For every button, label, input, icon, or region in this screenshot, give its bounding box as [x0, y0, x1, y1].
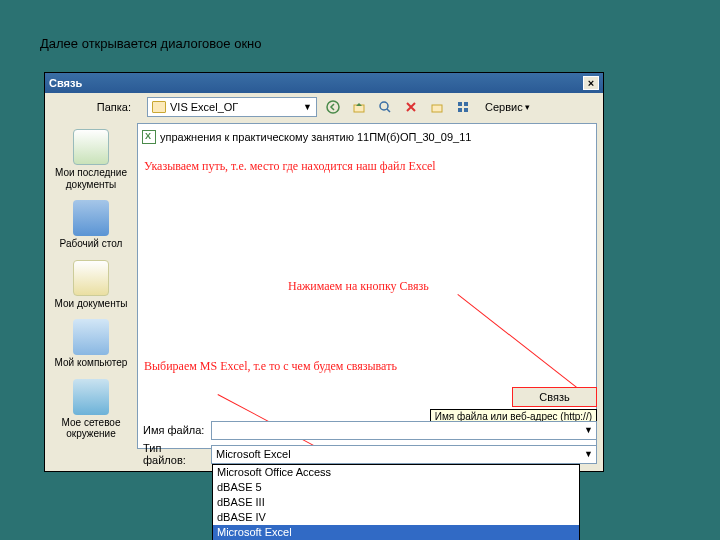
svg-rect-5	[458, 102, 462, 106]
delete-icon[interactable]	[401, 97, 421, 117]
place-mycomputer[interactable]: Мой компьютер	[49, 317, 133, 371]
place-network[interactable]: Мое сетевое окружение	[49, 377, 133, 442]
svg-point-2	[380, 102, 388, 110]
option-dbase5[interactable]: dBASE 5	[213, 480, 579, 495]
place-mydocs[interactable]: Мои документы	[49, 258, 133, 312]
svg-line-3	[387, 109, 390, 112]
filetype-label: Тип файлов:	[143, 442, 205, 466]
svg-rect-7	[458, 108, 462, 112]
option-dbase3[interactable]: dBASE III	[213, 495, 579, 510]
annotation-path: Указываем путь, т.е. место где находится…	[144, 159, 436, 174]
dialog-title: Связь	[49, 77, 82, 89]
svg-point-0	[327, 101, 339, 113]
link-button[interactable]: Связь	[512, 387, 597, 407]
svg-rect-4	[432, 105, 442, 112]
svg-rect-6	[464, 102, 468, 106]
place-recent[interactable]: Мои последние документы	[49, 127, 133, 192]
page-caption: Далее открывается диалоговое окно	[40, 36, 261, 51]
bottom-panel: Связь Имя файла или веб-адрес (http://) …	[143, 417, 597, 465]
file-item[interactable]: упражнения к практическому занятию 11ПМ(…	[142, 128, 592, 145]
chevron-down-icon: ▾	[525, 102, 530, 112]
new-folder-icon[interactable]	[427, 97, 447, 117]
place-desktop[interactable]: Рабочий стол	[49, 198, 133, 252]
option-access[interactable]: Microsoft Office Access	[213, 465, 579, 480]
option-dbase4[interactable]: dBASE IV	[213, 510, 579, 525]
excel-file-icon	[142, 130, 156, 144]
folder-label: Папка:	[51, 101, 141, 113]
chevron-down-icon: ▼	[303, 102, 312, 112]
svg-rect-8	[464, 108, 468, 112]
folder-icon	[152, 101, 166, 113]
toolbar: Папка: VIS Excel_ОГ ▼ Сервис ▾	[45, 93, 603, 121]
file-name: упражнения к практическому занятию 11ПМ(…	[160, 131, 471, 143]
link-dialog: Связь × Папка: VIS Excel_ОГ ▼ Сервис	[44, 72, 604, 472]
annotation-type: Выбираем MS Excel, т.е то с чем будем св…	[144, 359, 424, 374]
places-bar: Мои последние документы Рабочий стол Мои…	[45, 121, 137, 451]
annotation-button: Нажимаем на кнопку Связь	[288, 279, 429, 294]
search-icon[interactable]	[375, 97, 395, 117]
titlebar: Связь ×	[45, 73, 603, 93]
folder-dropdown[interactable]: VIS Excel_ОГ ▼	[147, 97, 317, 117]
views-icon[interactable]	[453, 97, 473, 117]
close-icon[interactable]: ×	[583, 76, 599, 90]
back-button[interactable]	[323, 97, 343, 117]
filename-input[interactable]: ▼	[211, 421, 597, 440]
filetype-options: Microsoft Office Access dBASE 5 dBASE II…	[212, 464, 580, 541]
chevron-down-icon: ▼	[584, 425, 593, 435]
svg-rect-1	[354, 105, 364, 112]
filetype-dropdown[interactable]: Microsoft Excel ▼ Microsoft Office Acces…	[211, 445, 597, 464]
tools-menu[interactable]: Сервис ▾	[479, 97, 536, 117]
filename-label: Имя файла:	[143, 424, 205, 436]
folder-value: VIS Excel_ОГ	[170, 101, 238, 113]
chevron-down-icon: ▼	[584, 449, 593, 459]
option-excel[interactable]: Microsoft Excel	[213, 525, 579, 540]
up-button[interactable]	[349, 97, 369, 117]
